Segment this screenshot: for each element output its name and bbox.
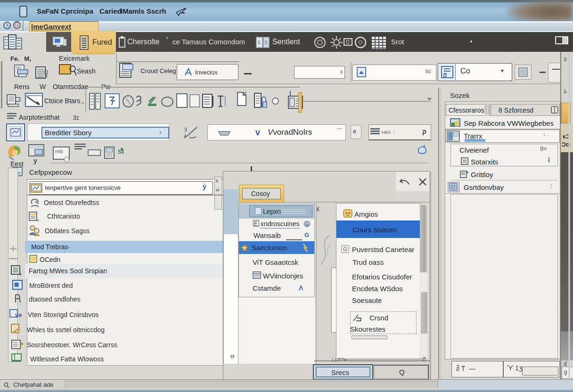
svg-text:a: a: [35, 199, 37, 204]
svg-text:5: 5: [265, 40, 268, 45]
svg-text:ve: ve: [15, 311, 22, 318]
svg-text:Ma: Ma: [16, 65, 22, 70]
svg-text:ȝ: ȝ: [184, 125, 187, 132]
svg-text:6: 6: [258, 40, 261, 45]
